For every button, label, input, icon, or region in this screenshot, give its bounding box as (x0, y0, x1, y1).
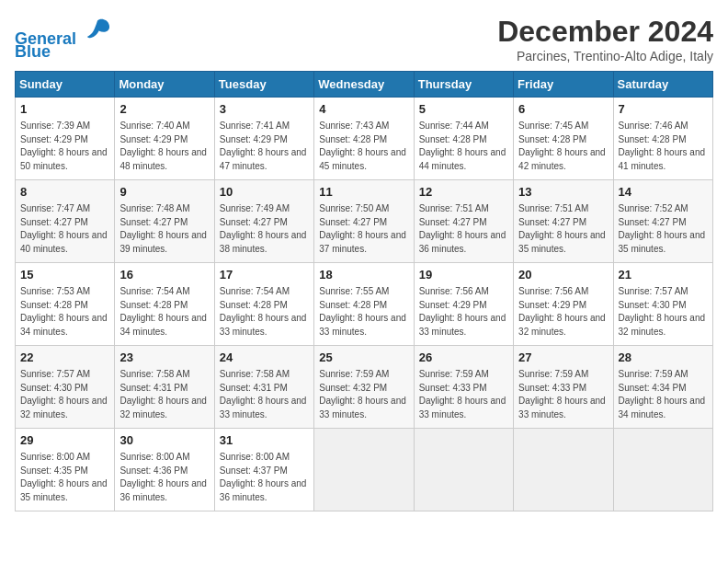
day-number: 28 (619, 350, 708, 366)
calendar-cell: 23 Sunrise: 7:58 AMSunset: 4:31 PMDaylig… (115, 346, 214, 429)
day-content: Sunrise: 7:59 AMSunset: 4:33 PMDaylight:… (419, 368, 508, 421)
calendar-cell: 28 Sunrise: 7:59 AMSunset: 4:34 PMDaylig… (613, 346, 712, 429)
day-number: 25 (319, 350, 408, 366)
page-title: December 2024 (497, 15, 713, 49)
weekday-header-friday: Friday (514, 72, 613, 98)
calendar-cell: 31 Sunrise: 8:00 AMSunset: 4:37 PMDaylig… (214, 429, 313, 511)
day-content: Sunrise: 8:00 AMSunset: 4:37 PMDaylight:… (220, 451, 309, 504)
day-content: Sunrise: 7:58 AMSunset: 4:31 PMDaylight:… (220, 368, 309, 421)
calendar-cell: 21 Sunrise: 7:57 AMSunset: 4:30 PMDaylig… (613, 263, 712, 346)
calendar-cell: 25 Sunrise: 7:59 AMSunset: 4:32 PMDaylig… (314, 346, 414, 429)
day-content: Sunrise: 7:46 AMSunset: 4:28 PMDaylight:… (619, 120, 708, 173)
calendar-cell: 3 Sunrise: 7:41 AMSunset: 4:29 PMDayligh… (214, 98, 313, 180)
day-number: 11 (319, 184, 408, 201)
calendar-cell (314, 429, 414, 511)
day-number: 15 (20, 267, 109, 283)
logo-bird-icon (83, 15, 112, 44)
calendar-cell: 16 Sunrise: 7:54 AMSunset: 4:28 PMDaylig… (115, 263, 214, 346)
day-content: Sunrise: 7:57 AMSunset: 4:30 PMDaylight:… (20, 368, 109, 421)
day-content: Sunrise: 7:40 AMSunset: 4:29 PMDaylight:… (119, 120, 209, 173)
day-content: Sunrise: 7:45 AMSunset: 4:28 PMDaylight:… (518, 120, 608, 173)
day-number: 19 (419, 267, 508, 283)
weekday-header-saturday: Saturday (613, 72, 712, 98)
calendar-cell: 20 Sunrise: 7:56 AMSunset: 4:29 PMDaylig… (514, 263, 613, 346)
calendar-table: SundayMondayTuesdayWednesdayThursdayFrid… (15, 71, 713, 511)
day-content: Sunrise: 7:51 AMSunset: 4:27 PMDaylight:… (419, 202, 508, 256)
calendar-cell: 14 Sunrise: 7:52 AMSunset: 4:27 PMDaylig… (613, 180, 712, 263)
day-content: Sunrise: 8:00 AMSunset: 4:36 PMDaylight:… (119, 451, 209, 504)
calendar-cell: 18 Sunrise: 7:55 AMSunset: 4:28 PMDaylig… (314, 263, 414, 346)
day-content: Sunrise: 8:00 AMSunset: 4:35 PMDaylight:… (20, 451, 109, 504)
calendar-cell: 8 Sunrise: 7:47 AMSunset: 4:27 PMDayligh… (16, 180, 115, 263)
calendar-cell: 7 Sunrise: 7:46 AMSunset: 4:28 PMDayligh… (613, 98, 712, 180)
day-content: Sunrise: 7:55 AMSunset: 4:28 PMDaylight:… (319, 285, 408, 339)
day-content: Sunrise: 7:39 AMSunset: 4:29 PMDaylight:… (20, 120, 109, 173)
day-number: 14 (619, 184, 708, 201)
calendar-cell: 6 Sunrise: 7:45 AMSunset: 4:28 PMDayligh… (514, 98, 613, 180)
calendar-cell (514, 429, 613, 511)
day-number: 23 (119, 350, 209, 366)
calendar-cell: 4 Sunrise: 7:43 AMSunset: 4:28 PMDayligh… (314, 98, 414, 180)
calendar-cell: 10 Sunrise: 7:49 AMSunset: 4:27 PMDaylig… (214, 180, 313, 263)
day-content: Sunrise: 7:57 AMSunset: 4:30 PMDaylight:… (619, 285, 708, 339)
day-number: 5 (419, 101, 508, 118)
day-content: Sunrise: 7:54 AMSunset: 4:28 PMDaylight:… (220, 285, 309, 339)
day-number: 12 (419, 184, 508, 201)
day-content: Sunrise: 7:43 AMSunset: 4:28 PMDaylight:… (319, 120, 408, 173)
day-content: Sunrise: 7:49 AMSunset: 4:27 PMDaylight:… (220, 202, 309, 256)
day-content: Sunrise: 7:59 AMSunset: 4:34 PMDaylight:… (619, 368, 708, 421)
day-content: Sunrise: 7:48 AMSunset: 4:27 PMDaylight:… (119, 202, 209, 256)
weekday-header-row: SundayMondayTuesdayWednesdayThursdayFrid… (16, 72, 713, 98)
calendar-cell: 11 Sunrise: 7:50 AMSunset: 4:27 PMDaylig… (314, 180, 414, 263)
day-content: Sunrise: 7:56 AMSunset: 4:29 PMDaylight:… (518, 285, 608, 339)
day-number: 18 (319, 267, 408, 283)
calendar-cell: 29 Sunrise: 8:00 AMSunset: 4:35 PMDaylig… (16, 429, 115, 511)
weekday-header-sunday: Sunday (16, 72, 115, 98)
day-content: Sunrise: 7:52 AMSunset: 4:27 PMDaylight:… (619, 202, 708, 256)
day-content: Sunrise: 7:51 AMSunset: 4:27 PMDaylight:… (518, 202, 608, 256)
day-number: 21 (619, 267, 708, 283)
day-number: 8 (20, 184, 109, 201)
weekday-header-monday: Monday (115, 72, 214, 98)
day-content: Sunrise: 7:54 AMSunset: 4:28 PMDaylight:… (119, 285, 209, 339)
calendar-cell: 15 Sunrise: 7:53 AMSunset: 4:28 PMDaylig… (16, 263, 115, 346)
day-number: 16 (119, 267, 209, 283)
day-number: 9 (119, 184, 209, 201)
page-subtitle: Parcines, Trentino-Alto Adige, Italy (497, 49, 713, 63)
calendar-cell: 24 Sunrise: 7:58 AMSunset: 4:31 PMDaylig… (214, 346, 313, 429)
day-number: 7 (619, 101, 708, 118)
day-content: Sunrise: 7:50 AMSunset: 4:27 PMDaylight:… (319, 202, 408, 256)
header: General Blue December 2024 Parcines, Tre… (15, 15, 713, 63)
calendar-cell (613, 429, 712, 511)
day-number: 29 (20, 432, 109, 449)
weekday-header-tuesday: Tuesday (214, 72, 313, 98)
calendar-cell: 26 Sunrise: 7:59 AMSunset: 4:33 PMDaylig… (414, 346, 513, 429)
calendar-cell: 30 Sunrise: 8:00 AMSunset: 4:36 PMDaylig… (115, 429, 214, 511)
title-area: December 2024 Parcines, Trentino-Alto Ad… (497, 15, 713, 63)
day-number: 3 (220, 101, 309, 118)
day-number: 6 (518, 101, 608, 118)
calendar-week-1: 1 Sunrise: 7:39 AMSunset: 4:29 PMDayligh… (16, 98, 713, 180)
day-number: 2 (119, 101, 209, 118)
day-number: 27 (518, 350, 608, 366)
weekday-header-wednesday: Wednesday (314, 72, 414, 98)
calendar-week-3: 15 Sunrise: 7:53 AMSunset: 4:28 PMDaylig… (16, 263, 713, 346)
day-content: Sunrise: 7:41 AMSunset: 4:29 PMDaylight:… (220, 120, 309, 173)
calendar-week-2: 8 Sunrise: 7:47 AMSunset: 4:27 PMDayligh… (16, 180, 713, 263)
calendar-cell: 12 Sunrise: 7:51 AMSunset: 4:27 PMDaylig… (414, 180, 513, 263)
calendar-cell: 2 Sunrise: 7:40 AMSunset: 4:29 PMDayligh… (115, 98, 214, 180)
calendar-cell: 17 Sunrise: 7:54 AMSunset: 4:28 PMDaylig… (214, 263, 313, 346)
day-number: 13 (518, 184, 608, 201)
calendar-cell: 1 Sunrise: 7:39 AMSunset: 4:29 PMDayligh… (16, 98, 115, 180)
day-number: 4 (319, 101, 408, 118)
day-number: 1 (20, 101, 109, 118)
day-content: Sunrise: 7:47 AMSunset: 4:27 PMDaylight:… (20, 202, 109, 256)
calendar-cell: 5 Sunrise: 7:44 AMSunset: 4:28 PMDayligh… (414, 98, 513, 180)
logo: General Blue (15, 15, 112, 62)
day-number: 10 (220, 184, 309, 201)
day-number: 22 (20, 350, 109, 366)
day-content: Sunrise: 7:59 AMSunset: 4:33 PMDaylight:… (518, 368, 608, 421)
calendar-cell: 27 Sunrise: 7:59 AMSunset: 4:33 PMDaylig… (514, 346, 613, 429)
day-content: Sunrise: 7:58 AMSunset: 4:31 PMDaylight:… (119, 368, 209, 421)
day-number: 26 (419, 350, 508, 366)
